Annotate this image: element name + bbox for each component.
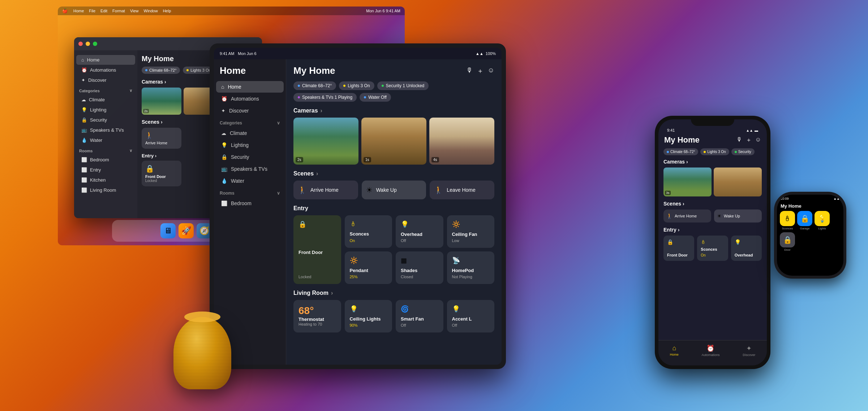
ipad-homepod-card[interactable]: 📡 HomePod Not Playing — [447, 251, 495, 284]
iphone-tab-home[interactable]: ⌂ Home — [670, 344, 679, 356]
menu-view[interactable]: View — [130, 9, 139, 13]
ipad-scenes-label[interactable]: Scenes — [293, 170, 494, 177]
watch-door-app[interactable]: 🔒 — [780, 232, 795, 247]
ipad-cameras-label[interactable]: Cameras — [293, 107, 494, 114]
iphone-climate-dot — [667, 151, 669, 153]
sidebar-lighting-label: Lighting — [90, 107, 107, 113]
sidebar-item-living-room[interactable]: ⬜ Living Room — [76, 185, 135, 195]
front-door-status: Locked — [298, 275, 336, 279]
sidebar-item-entry[interactable]: ⬜ Entry — [76, 165, 135, 175]
climate-pill[interactable]: Climate 68–72° — [142, 67, 180, 74]
ipad-body: Home ⌂ Home ⏰ Automations ✦ Discover Cat… — [214, 59, 502, 365]
iphone-door-icon: 🔒 — [667, 239, 691, 245]
ipad-sconces-card[interactable]: 🕯 Sconces On — [345, 215, 392, 248]
ipad-camera-pool[interactable]: 2s — [293, 118, 358, 165]
front-door-card[interactable]: 🔒 Front Door Locked — [142, 161, 181, 186]
iphone-security-dot — [735, 151, 737, 153]
ipad-camera-indoor[interactable]: 4s — [429, 118, 494, 165]
ipad-thermostat-card[interactable]: 68° Thermostat Heating to 70 — [293, 300, 341, 332]
ipad-scene-arrive-home[interactable]: 🚶 Arrive Home — [293, 181, 358, 199]
close-button[interactable] — [78, 42, 83, 46]
ipad-ceiling-lights-card[interactable]: 💡 Ceiling Lights 90% — [345, 300, 392, 332]
minimize-button[interactable] — [86, 42, 90, 46]
ipad-statusbar: 9:41 AM Mon Jun 6 ▲▲ 100% — [214, 48, 502, 59]
sidebar-item-climate[interactable]: ☁ Climate — [76, 95, 135, 105]
iphone-lights-pill[interactable]: Lights 3 On — [700, 148, 729, 155]
ipad-smart-fan-card[interactable]: 🌀 Smart Fan Off — [396, 300, 443, 332]
iphone-scene-arrive-home[interactable]: 🚶 Arrive Home — [663, 209, 711, 223]
iphone-scene-wake-up[interactable]: ☀ Wake Up — [714, 209, 762, 223]
watch-garage-app[interactable]: 🔒 — [797, 211, 812, 226]
sidebar-item-water[interactable]: 💧 Water — [76, 135, 135, 145]
dock-launchpad[interactable]: 🚀 — [179, 223, 194, 238]
ipad-accent-card[interactable]: 💡 Accent L Off — [447, 300, 495, 332]
iphone-add-icon[interactable]: ＋ — [746, 136, 752, 144]
sidebar-item-lighting[interactable]: 💡 Lighting — [76, 105, 135, 115]
ipad-pendant-card[interactable]: 🔆 Pendant 25% — [345, 251, 392, 284]
ipad-nav-security[interactable]: 🔒 Security — [216, 151, 284, 163]
sidebar-item-automations[interactable]: ⏰ Automations — [76, 65, 135, 75]
arrive-home-icon: 🚶 — [145, 131, 178, 139]
ipad-nav-discover[interactable]: ✦ Discover — [216, 105, 284, 116]
ipad-front-door-card[interactable]: 🔒 Front Door Locked — [293, 215, 341, 284]
ipad-security-pill[interactable]: Security 1 Unlocked — [377, 81, 429, 90]
ipad-nav-bedroom[interactable]: ⬜ Bedroom — [216, 198, 284, 209]
apple-menu[interactable]: 🍎 — [62, 8, 68, 13]
iphone-cam-pool[interactable]: 3s — [663, 168, 712, 196]
ipad-nav-home[interactable]: ⌂ Home — [216, 81, 284, 93]
menu-format[interactable]: Format — [112, 9, 125, 13]
menu-help[interactable]: Help — [163, 9, 171, 13]
sidebar-item-security[interactable]: 🔒 Security — [76, 115, 135, 125]
ipad-scene-wake-up[interactable]: ☀ Wake Up — [362, 181, 426, 199]
sidebar-item-discover[interactable]: ✦ Discover — [76, 75, 135, 85]
dock-finder[interactable]: 🖥 — [160, 223, 176, 238]
ipad-nav-water[interactable]: 💧 Water — [216, 175, 284, 187]
iphone-cam-indoor[interactable] — [714, 168, 762, 196]
ipad-scene-leave-home[interactable]: 🚶 Leave Home — [430, 181, 494, 199]
ipad-categories-header: Categories∨ — [214, 117, 286, 127]
iphone-cameras-label[interactable]: Cameras › — [663, 159, 762, 165]
menu-home[interactable]: Home — [73, 9, 84, 13]
iphone-overhead-card[interactable]: 💡 Overhead — [731, 236, 762, 261]
ipad-nav-lighting[interactable]: 💡 Lighting — [216, 139, 284, 151]
camera-pool[interactable]: 2s — [142, 88, 181, 115]
menu-window[interactable]: Window — [144, 9, 158, 13]
watch-lights-app[interactable]: 💡 — [815, 211, 830, 226]
ipad-living-label[interactable]: Living Room — [293, 290, 494, 296]
ipad-nav-speakers[interactable]: 📺 Speakers & TVs — [216, 163, 284, 175]
sidebar-item-bedroom[interactable]: ⬜ Bedroom — [76, 155, 135, 165]
ipad-lights-pill[interactable]: Lights 3 On — [339, 81, 374, 90]
iphone-climate-pill[interactable]: Climate 68–72° — [663, 148, 698, 155]
ipad-nav-automations[interactable]: ⏰ Automations — [216, 93, 284, 105]
iphone-entry-label[interactable]: Entry › — [663, 227, 762, 233]
iphone-tab-automations[interactable]: ⏰ Automations — [701, 344, 719, 357]
sidebar-item-speakers[interactable]: 📺 Speakers & TVs — [76, 125, 135, 135]
scene-arrive-home[interactable]: 🚶 Arrive Home — [142, 128, 181, 149]
ipad-overhead-card[interactable]: 💡 Overhead Off — [396, 215, 443, 248]
iphone-front-door-card[interactable]: 🔒 Front Door — [663, 236, 694, 261]
iphone-scenes-label[interactable]: Scenes › — [663, 201, 762, 207]
watch-sconces-app[interactable]: 🕯 — [780, 211, 795, 226]
ipad-lighting-icon: 💡 — [221, 142, 227, 148]
iphone-security-pill[interactable]: Security — [731, 148, 755, 155]
maximize-button[interactable] — [93, 42, 97, 46]
iphone-tab-discover[interactable]: ✦ Discover — [743, 344, 755, 357]
ipad-camera-outdoor[interactable]: 1s — [361, 118, 426, 165]
ipad-mic-icon[interactable]: 🎙 — [466, 67, 473, 75]
ipad-entry-label[interactable]: Entry — [293, 205, 494, 212]
ipad-water-pill[interactable]: Water Off — [360, 93, 391, 102]
ipad-speakers-pill[interactable]: Speakers & TVs 1 Playing — [293, 93, 357, 102]
ipad-nav-climate[interactable]: ☁ Climate — [216, 127, 284, 139]
ipad-shades-card[interactable]: ▦ Shades Closed — [396, 251, 443, 284]
menu-edit[interactable]: Edit — [100, 9, 107, 13]
ipad-climate-pill[interactable]: Climate 68–72° — [293, 81, 336, 90]
sidebar-item-kitchen[interactable]: ⬜ Kitchen — [76, 175, 135, 185]
menu-file[interactable]: File — [89, 9, 95, 13]
ipad-add-icon[interactable]: ＋ — [477, 67, 484, 75]
iphone-mic-icon[interactable]: 🎙 — [736, 136, 742, 144]
ipad-ceiling-fan-card[interactable]: 🔆 Ceiling Fan Low — [447, 215, 495, 248]
iphone-sconces-card[interactable]: 🕯 Sconces On — [697, 236, 728, 261]
iphone-face-icon[interactable]: ☺ — [755, 136, 761, 144]
sidebar-item-home[interactable]: ⌂ Home — [76, 55, 135, 65]
ipad-face-icon[interactable]: ☺ — [488, 67, 494, 75]
